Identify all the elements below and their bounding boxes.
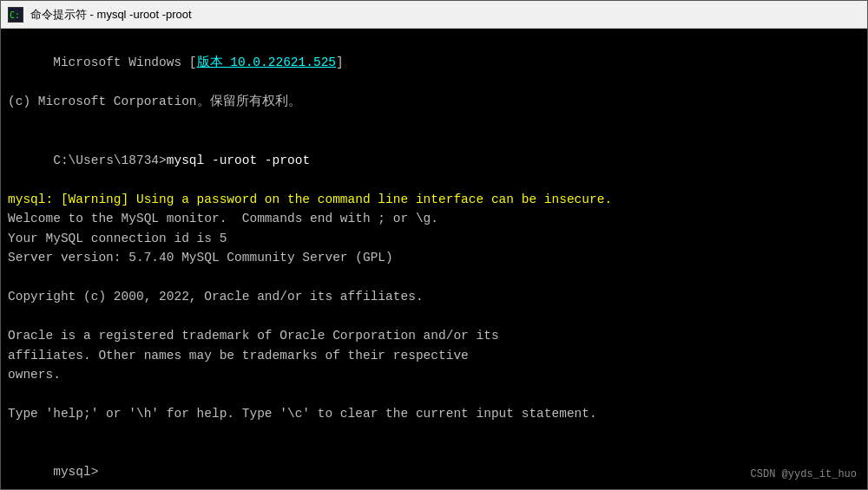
connection-id-line: Your MySQL connection id is 5 bbox=[8, 229, 860, 248]
window-title: 命令提示符 - mysql -uroot -proot bbox=[30, 7, 860, 23]
server-version-line: Server version: 5.7.40 MySQL Community S… bbox=[8, 248, 860, 267]
version-number: 版本 10.0.22621.525 bbox=[197, 56, 337, 69]
win-version-text: Microsoft Windows [ bbox=[53, 56, 196, 69]
ms-copyright-line: (c) Microsoft Corporation。保留所有权利。 bbox=[8, 92, 860, 111]
cmd-icon: C: bbox=[8, 7, 23, 23]
svg-text:C:: C: bbox=[10, 10, 20, 20]
blank-line-4 bbox=[8, 384, 860, 403]
oracle-trademark-line-3: owners. bbox=[8, 365, 860, 384]
oracle-trademark-line-1: Oracle is a registered trademark of Orac… bbox=[8, 326, 860, 345]
oracle-copyright-line: Copyright (c) 2000, 2022, Oracle and/or … bbox=[8, 287, 860, 306]
mysql-prompt-line: mysql> bbox=[8, 443, 860, 489]
warning-line: mysql: [Warning] Using a password on the… bbox=[8, 190, 860, 209]
terminal-body[interactable]: Microsoft Windows [版本 10.0.22621.525] (c… bbox=[1, 29, 867, 489]
help-line: Type 'help;' or '\h' for help. Type '\c'… bbox=[8, 404, 860, 423]
title-bar: C: 命令提示符 - mysql -uroot -proot bbox=[1, 1, 867, 29]
blank-line-5 bbox=[8, 423, 860, 442]
oracle-trademark-line-2: affiliates. Other names may be trademark… bbox=[8, 346, 860, 365]
command-input-line: C:\Users\18734>mysql -uroot -proot bbox=[8, 131, 860, 189]
cmd-command-text: mysql -uroot -proot bbox=[167, 154, 310, 167]
win-version-line: Microsoft Windows [版本 10.0.22621.525] bbox=[8, 34, 860, 92]
window: C: 命令提示符 - mysql -uroot -proot Microsoft… bbox=[0, 0, 868, 490]
mysql-prompt-text: mysql> bbox=[53, 465, 106, 479]
welcome-line: Welcome to the MySQL monitor. Commands e… bbox=[8, 209, 860, 228]
cmd-prompt-text: C:\Users\18734> bbox=[53, 154, 167, 167]
watermark: CSDN @yyds_it_huo bbox=[751, 468, 857, 480]
blank-line-3 bbox=[8, 307, 860, 326]
blank-line-2 bbox=[8, 268, 860, 287]
blank-line-1 bbox=[8, 112, 860, 131]
